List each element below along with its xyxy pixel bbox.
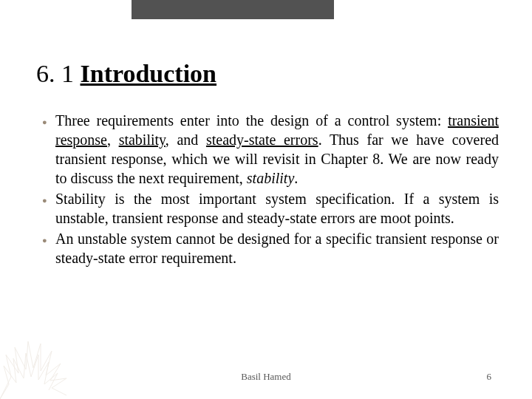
bullet-icon: ● [42,111,55,132]
list-item: ● An unstable system cannot be designed … [42,229,499,267]
footer-page-number: 6 [487,371,492,383]
list-item: ● Stability is the most important system… [42,189,499,228]
bullet-text: Stability is the most important system s… [55,189,499,228]
bullet-icon: ● [42,229,55,250]
bullet-icon: ● [42,189,55,210]
slide-title: 6. 1 Introduction [36,60,216,87]
footer-author: Basil Hamed [0,371,532,383]
title-number: 6. 1 [36,60,81,87]
top-decoration-bar [132,0,334,19]
title-heading: Introduction [81,60,217,87]
corner-decoration [0,332,66,399]
slide-body: ● Three requirements enter into the desi… [42,111,499,269]
bullet-text: An unstable system cannot be designed fo… [55,229,499,267]
bullet-text: Three requirements enter into the design… [55,111,499,188]
list-item: ● Three requirements enter into the desi… [42,111,499,188]
